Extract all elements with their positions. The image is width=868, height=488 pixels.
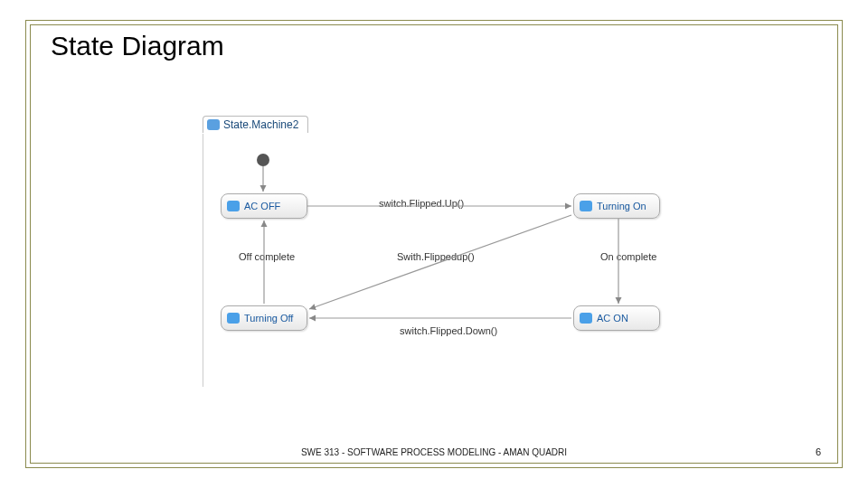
- statemachine-icon: [207, 119, 220, 130]
- state-icon: [580, 313, 592, 324]
- slide-inner-frame: State Diagram State.Machine2 AC OFF Turn…: [30, 24, 838, 464]
- state-icon: [580, 201, 592, 211]
- statemachine-tab: State.Machine2: [203, 116, 308, 133]
- transition-switch-flipped-down: switch.Flipped.Down(): [400, 325, 497, 336]
- state-label: Turning Off: [244, 313, 293, 324]
- slide-title: State Diagram: [51, 31, 224, 61]
- state-label: Turning On: [597, 201, 646, 211]
- state-icon: [227, 201, 240, 211]
- page-number: 6: [816, 446, 821, 457]
- state-label: AC ON: [597, 313, 628, 324]
- state-turning-on: Turning On: [573, 193, 660, 219]
- transition-swith-flippedup: Swith.Flippedup(): [397, 251, 475, 262]
- statemachine-label: State.Machine2: [223, 118, 298, 131]
- slide-footer: SWE 313 - SOFTWARE PROCESS MODELING - AM…: [31, 447, 837, 457]
- transition-off-complete: Off complete: [239, 251, 295, 262]
- state-diagram: State.Machine2 AC OFF Turning On Turning…: [203, 116, 709, 387]
- state-icon: [227, 313, 240, 324]
- state-label: AC OFF: [244, 201, 280, 211]
- state-turning-off: Turning Off: [221, 305, 307, 331]
- transition-switch-flipped-up: switch.Flipped.Up(): [379, 198, 464, 209]
- state-ac-on: AC ON: [573, 305, 660, 331]
- initial-state-node: [257, 154, 269, 166]
- transition-on-complete: On complete: [600, 251, 656, 262]
- state-ac-off: AC OFF: [221, 193, 307, 219]
- slide-outer-frame: State Diagram State.Machine2 AC OFF Turn…: [25, 20, 843, 468]
